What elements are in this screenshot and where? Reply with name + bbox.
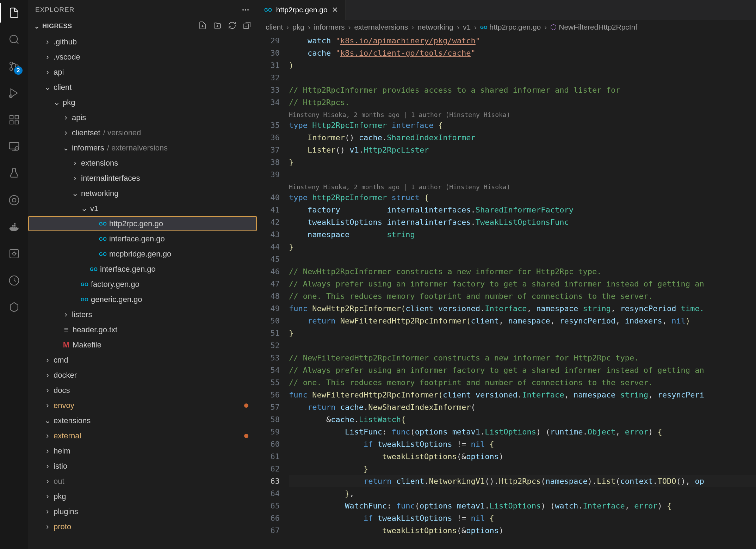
breadcrumb-item[interactable]: pkg — [292, 23, 304, 31]
hexagon-icon[interactable] — [7, 300, 21, 314]
code-line[interactable]: type http2RpcInformer struct { — [289, 191, 756, 204]
breadcrumb-item[interactable]: v1 — [463, 23, 471, 31]
code-line[interactable] — [289, 339, 756, 352]
folder-row[interactable]: ⌄networking — [28, 186, 257, 201]
code-line[interactable]: if tweakListOptions != nil { — [289, 438, 756, 450]
code-line[interactable]: watch "k8s.io/apimachinery/pkg/watch" — [289, 35, 756, 47]
code-line[interactable]: if tweakListOptions != nil { — [289, 512, 756, 524]
breadcrumb-item[interactable]: client — [266, 23, 283, 31]
settings-gear-icon[interactable] — [7, 247, 21, 261]
folder-row[interactable]: ›out — [28, 474, 257, 489]
refresh-icon[interactable] — [228, 21, 236, 31]
code-line[interactable]: // Always prefer using an informer facto… — [289, 278, 756, 290]
folder-row[interactable]: ›proto — [28, 519, 257, 534]
file-row[interactable]: GOmcpbridge.gen.go — [28, 246, 257, 261]
close-icon[interactable]: ✕ — [332, 6, 338, 14]
code-line[interactable]: return cache.NewSharedIndexInformer( — [289, 401, 756, 413]
extensions-icon[interactable] — [7, 113, 21, 127]
code-line[interactable]: return client.NetworkingV1().Http2Rpcs(n… — [289, 475, 756, 487]
code-line[interactable]: // NewHttp2RpcInformer constructs a new … — [289, 265, 756, 278]
file-row[interactable]: ≡header.go.txt — [28, 322, 257, 337]
code-line[interactable]: WatchFunc: func(options metav1.ListOptio… — [289, 500, 756, 512]
folder-row[interactable]: ›.vscode — [28, 49, 257, 64]
file-row[interactable]: GOgeneric.gen.go — [28, 292, 257, 307]
file-row[interactable]: MMakefile — [28, 337, 257, 352]
code-line[interactable]: ) — [289, 59, 756, 72]
code-line[interactable]: // NewFilteredHttp2RpcInformer construct… — [289, 352, 756, 364]
code-line[interactable] — [289, 72, 756, 84]
code-line[interactable]: // one. This reduces memory footprint an… — [289, 376, 756, 389]
folder-row[interactable]: ⌄client — [28, 80, 257, 95]
code-line[interactable]: // Always prefer using an informer facto… — [289, 364, 756, 376]
new-file-icon[interactable] — [198, 21, 207, 31]
code-line[interactable]: func NewHttp2RpcInformer(client versione… — [289, 302, 756, 315]
run-debug-icon[interactable] — [7, 86, 21, 100]
folder-row[interactable]: ›helm — [28, 443, 257, 458]
timeline-icon[interactable] — [7, 273, 21, 288]
folder-row[interactable]: ›.github — [28, 34, 257, 49]
sidebar-more-icon[interactable] — [241, 6, 250, 14]
code-line[interactable] — [289, 168, 756, 181]
breadcrumb-item[interactable]: networking — [417, 23, 453, 31]
folder-row[interactable]: ›listers — [28, 307, 257, 322]
code-line[interactable]: type Http2RpcInformer interface { — [289, 119, 756, 131]
editor-tab[interactable]: GO http2rpc.gen.go ✕ — [257, 0, 346, 20]
testing-icon[interactable] — [7, 166, 21, 180]
folder-row[interactable]: ⌄pkg — [28, 95, 257, 110]
source-control-icon[interactable]: 2 — [7, 59, 21, 73]
code-editor[interactable]: 293031323334 3536373839 4041424344454647… — [257, 35, 756, 549]
folder-row[interactable]: ⌄extensions — [28, 413, 257, 428]
code-line[interactable]: // one. This reduces memory footprint an… — [289, 290, 756, 302]
docker-icon[interactable] — [7, 220, 21, 234]
folder-row[interactable]: ›docker — [28, 368, 257, 383]
folder-row[interactable]: ›docs — [28, 383, 257, 398]
new-folder-icon[interactable] — [213, 21, 222, 31]
collapse-all-icon[interactable] — [243, 21, 251, 31]
folder-row[interactable]: ›external — [28, 428, 257, 443]
breadcrumb[interactable]: client›pkg›informers›externalversions›ne… — [257, 20, 756, 35]
code-line[interactable]: func NewFilteredHttp2RpcInformer(client … — [289, 389, 756, 401]
code-line[interactable]: return NewFilteredHttp2RpcInformer(clien… — [289, 315, 756, 327]
breadcrumb-item[interactable]: informers — [314, 23, 345, 31]
file-row[interactable]: GOhttp2rpc.gen.go — [28, 216, 257, 231]
file-row[interactable]: GOinterface.gen.go — [28, 261, 257, 277]
code-line[interactable]: } — [289, 156, 756, 168]
folder-row[interactable]: ›plugins — [28, 504, 257, 519]
code-line[interactable]: }, — [289, 487, 756, 500]
code-line[interactable]: tweakListOptions internalinterfaces.Twea… — [289, 216, 756, 228]
go-icon[interactable] — [7, 193, 21, 207]
code-line[interactable]: tweakListOptions(&options) — [289, 524, 756, 537]
code-line[interactable]: } — [289, 241, 756, 253]
remote-explorer-icon[interactable] — [7, 140, 21, 154]
search-icon[interactable] — [7, 32, 21, 47]
code-line[interactable]: tweakListOptions(&options) — [289, 450, 756, 463]
code-line[interactable]: // Http2RpcInformer provides access to a… — [289, 84, 756, 96]
folder-row[interactable]: ›envoy — [28, 398, 257, 413]
code-line[interactable]: // Http2Rpcs. — [289, 96, 756, 109]
folder-row[interactable]: ›internalinterfaces — [28, 171, 257, 186]
folder-row[interactable]: ›extensions — [28, 155, 257, 171]
folder-row[interactable]: ›apis — [28, 110, 257, 125]
code-line[interactable]: &cache.ListWatch{ — [289, 413, 756, 426]
folder-row[interactable]: ›pkg — [28, 489, 257, 504]
breadcrumb-item[interactable]: ⬡ NewFilteredHttp2RpcInf — [550, 23, 637, 31]
folder-row[interactable]: ›cmd — [28, 352, 257, 368]
code-line[interactable]: Informer() cache.SharedIndexInformer — [289, 131, 756, 144]
code-line[interactable]: } — [289, 463, 756, 475]
code-line[interactable]: cache "k8s.io/client-go/tools/cache" — [289, 47, 756, 59]
file-tree[interactable]: ›.github›.vscode›api⌄client⌄pkg›apis›cli… — [28, 33, 257, 549]
code-line[interactable]: } — [289, 327, 756, 339]
sidebar-section-header[interactable]: ⌄ HIGRESS — [28, 20, 257, 33]
folder-row[interactable]: ›api — [28, 64, 257, 80]
folder-row[interactable]: ›clientset / versioned — [28, 125, 257, 140]
folder-row[interactable]: ⌄v1 — [28, 201, 257, 216]
folder-row[interactable]: ⌄informers / externalversions — [28, 140, 257, 155]
code-line[interactable]: Lister() v1.Http2RpcLister — [289, 144, 756, 156]
code-line[interactable]: namespace string — [289, 228, 756, 241]
explorer-icon[interactable] — [7, 6, 21, 20]
breadcrumb-item[interactable]: GO http2rpc.gen.go — [480, 23, 541, 31]
code-lens[interactable]: Hinsteny Hisoka, 2 months ago | 1 author… — [289, 109, 756, 119]
code-line[interactable] — [289, 253, 756, 265]
code-content[interactable]: watch "k8s.io/apimachinery/pkg/watch" ca… — [289, 35, 756, 549]
breadcrumb-item[interactable]: externalversions — [354, 23, 408, 31]
